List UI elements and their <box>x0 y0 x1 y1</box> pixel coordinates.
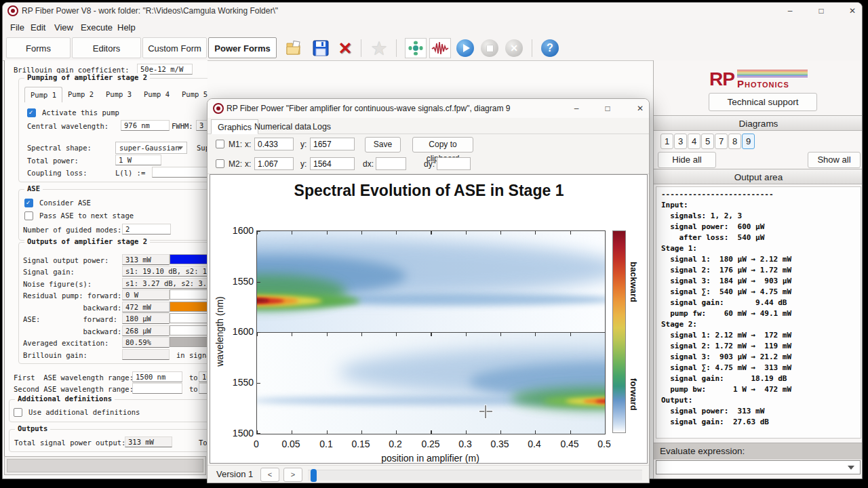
central-wavelength-input[interactable]: 976 nm <box>121 120 170 131</box>
m1-checkbox[interactable] <box>216 140 224 148</box>
y-tick-label: 1600 <box>224 225 254 236</box>
custom-form-button[interactable]: Custom Form <box>142 37 207 58</box>
technical-support-button[interactable]: Technical support <box>709 93 817 111</box>
help-icon[interactable]: ? <box>539 38 561 58</box>
m1-x-input[interactable] <box>254 138 294 150</box>
dx-input[interactable] <box>376 157 406 170</box>
y-label: y: <box>300 138 307 150</box>
activate-pump-checkbox[interactable] <box>27 108 36 117</box>
chart-region: Spectral Evolution of ASE in Stage 1 wav… <box>210 174 648 464</box>
row-label: Averaged excitation: <box>23 338 108 348</box>
ase-group-title: ASE <box>24 184 43 192</box>
row-label: Signal output power: <box>23 256 108 266</box>
beam-profile-icon[interactable] <box>405 38 427 58</box>
m2-checkbox[interactable] <box>216 159 224 168</box>
minimize-icon[interactable]: – <box>564 100 589 117</box>
diagram-button-3[interactable]: 3 <box>674 134 687 149</box>
guided-modes-input[interactable]: 2 <box>122 224 171 235</box>
y-tick-label: 1550 <box>224 276 254 287</box>
m2-x-input[interactable] <box>254 157 294 170</box>
tab-pump-2[interactable]: Pump 2 <box>62 87 99 102</box>
forms-button[interactable]: Forms <box>6 37 71 58</box>
evaluate-expression-combobox[interactable] <box>656 460 861 474</box>
tab-logs[interactable]: Logs <box>307 119 337 134</box>
x-tick-label: 0.5 <box>591 439 618 449</box>
maximize-icon[interactable]: □ <box>807 3 835 20</box>
ase-fw-bar <box>170 313 208 323</box>
previous-version-button[interactable]: < <box>260 468 279 482</box>
menu-file[interactable]: File <box>8 22 26 34</box>
maximize-icon[interactable]: □ <box>595 100 620 117</box>
outputs-group-title: Outputs <box>15 424 50 432</box>
fwhm-input[interactable]: 3 nm <box>196 120 208 131</box>
clipped-label: Sup <box>197 143 208 153</box>
diagram-button-9[interactable]: 9 <box>742 134 755 149</box>
close-icon[interactable]: ✕ <box>838 3 863 20</box>
tab-pump-5[interactable]: Pump 5 <box>176 87 208 102</box>
second-ase-from-input[interactable] <box>132 383 182 394</box>
y-tick-label: 1600 <box>224 326 254 337</box>
hide-all-button[interactable]: Hide all <box>658 152 716 168</box>
right-panel: RPPhotonics Technical support Diagrams 1… <box>653 60 863 479</box>
diagram-button-5[interactable]: 5 <box>701 134 714 149</box>
copy-to-clipboard-button[interactable]: Copy to clipboard <box>412 137 473 152</box>
diagram-button-4[interactable]: 4 <box>688 134 701 149</box>
spectral-shape-select[interactable]: super-Gaussian <box>115 142 187 154</box>
use-additional-checkbox[interactable] <box>14 408 22 417</box>
dy-input[interactable] <box>437 157 471 170</box>
output-log: ------------------------- Input: signals… <box>661 189 861 428</box>
slider-thumb[interactable] <box>311 469 317 482</box>
dy-label: dy: <box>424 158 435 170</box>
run-icon[interactable] <box>454 38 476 58</box>
m1-y-input[interactable] <box>310 138 355 150</box>
marker-panel: M1: x: y: Save Copy to clipboard M2: x: … <box>208 134 649 174</box>
m2-y-input[interactable] <box>310 157 355 170</box>
y-tick-label: 1550 <box>224 377 254 388</box>
power-forms-button[interactable]: Power Forms <box>208 37 277 58</box>
tab-pump-4[interactable]: Pump 4 <box>138 87 175 102</box>
menu-execute[interactable]: Execute <box>79 22 115 34</box>
output-area[interactable]: ------------------------- Input: signals… <box>656 186 861 439</box>
next-version-button[interactable]: > <box>283 468 302 482</box>
close-file-icon[interactable]: ✕ <box>334 38 356 58</box>
output-area-header: Output area <box>654 169 863 184</box>
heatmap-plot[interactable] <box>256 230 606 434</box>
menu-view[interactable]: View <box>52 22 75 34</box>
coupling-loss-expr: L(l) := <box>115 168 145 178</box>
chevron-down-icon <box>178 146 183 150</box>
open-file-icon[interactable] <box>283 38 305 58</box>
x-tick-label: 0.4 <box>521 439 548 449</box>
tab-pump-1[interactable]: Pump 1 <box>24 87 62 102</box>
diagram-button-1[interactable]: 1 <box>660 134 673 149</box>
menu-edit[interactable]: Edit <box>28 22 47 34</box>
evaluate-expression-label: Evaluate expression: <box>654 443 863 460</box>
pulse-trace-icon[interactable] <box>429 38 451 58</box>
editors-button[interactable]: Editors <box>72 37 141 58</box>
minimize-icon[interactable]: – <box>776 3 804 20</box>
x-label: x: <box>245 138 251 150</box>
coupling-loss-label: Coupling loss: <box>27 168 87 178</box>
save-button[interactable]: Save <box>365 137 401 152</box>
diagram-button-7[interactable]: 7 <box>715 134 728 149</box>
diagram-button-8[interactable]: 8 <box>728 134 741 149</box>
pass-ase-checkbox[interactable] <box>24 211 33 220</box>
save-icon[interactable] <box>310 38 332 58</box>
residual-pump-fw-value: 0 W <box>122 289 170 300</box>
close-icon[interactable]: ✕ <box>628 100 650 117</box>
first-ase-from-input[interactable]: 1500 nm <box>132 371 182 382</box>
colorbar-forward-label: forward <box>629 378 639 411</box>
consider-ase-checkbox[interactable] <box>24 199 33 207</box>
show-all-button[interactable]: Show all <box>808 152 861 168</box>
second-ase-range-label: Second ASE wavelength range: <box>14 384 134 394</box>
signal-gain-value: s1: 19.10 dB, s2: 18.4 <box>122 266 208 277</box>
x-tick-label: 0 <box>243 439 270 449</box>
version-slider[interactable] <box>308 470 642 481</box>
x-label: x: <box>245 158 251 170</box>
coupling-loss-input[interactable] <box>152 167 208 178</box>
menu-help[interactable]: Help <box>115 22 138 34</box>
tab-pump-3[interactable]: Pump 3 <box>100 87 137 102</box>
row-label: backward: <box>23 327 121 337</box>
first-ase-range-label: First ASE wavelength range: <box>14 373 134 383</box>
total-power-input[interactable]: 1 W <box>115 155 161 165</box>
noise-figure-value: s1: 3.27 dB, s2: 3.23 <box>122 278 208 289</box>
